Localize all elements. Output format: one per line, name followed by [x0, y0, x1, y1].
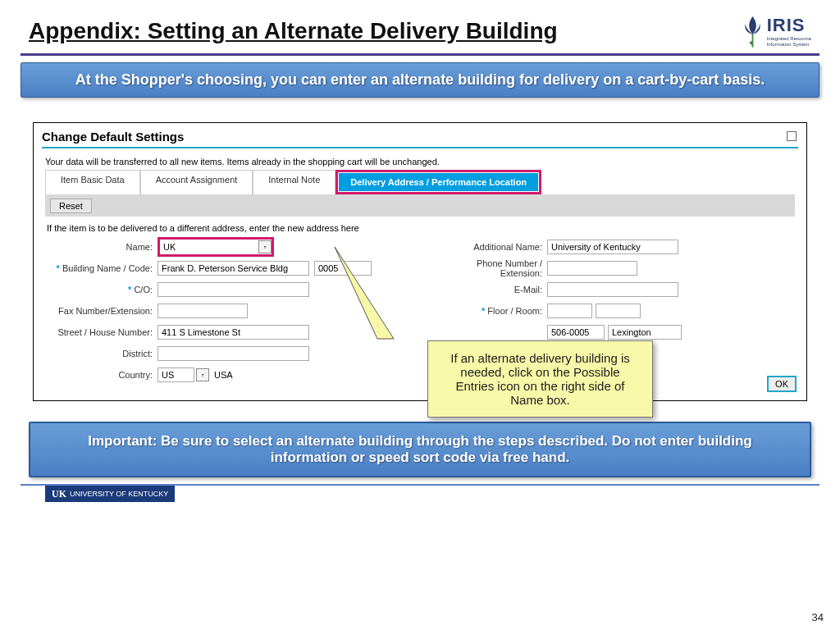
- uk-logo-text: UK: [52, 488, 66, 500]
- iris-sub2: Information System: [767, 42, 811, 48]
- callout-text: If an alternate delivery building is nee…: [450, 351, 629, 407]
- building-label: * Building Name / Code:: [47, 263, 158, 273]
- email-label: E-Mail:: [432, 285, 547, 294]
- footer-divider: UK UNIVERSITY OF KENTUCKY: [21, 484, 819, 486]
- floor-label-text: Floor / Room:: [487, 306, 542, 316]
- city-input[interactable]: [608, 325, 682, 340]
- uk-name: UNIVERSITY OF KENTUCKY: [70, 490, 168, 498]
- fax-input[interactable]: [158, 304, 248, 318]
- tab-item-basic[interactable]: Item Basic Data: [45, 170, 140, 194]
- addname-label: Additional Name:: [432, 242, 547, 252]
- co-label-text: C/O:: [134, 285, 153, 294]
- iris-sub1: Integrated Resource: [767, 36, 811, 42]
- form-note: If the item is to be delivered to a diff…: [47, 223, 793, 238]
- possible-entries-icon[interactable]: ▫: [258, 240, 272, 253]
- street-label: Street / House Number:: [47, 327, 158, 337]
- building-name-input[interactable]: [158, 261, 309, 276]
- floor-input[interactable]: [547, 304, 592, 318]
- addname-input[interactable]: [547, 240, 678, 254]
- iris-text: IRIS: [767, 15, 811, 36]
- important-banner: Important: Be sure to select an alternat…: [29, 422, 811, 477]
- tab-internal-note[interactable]: Internal Note: [253, 170, 336, 194]
- name-highlight: ▫: [158, 237, 274, 257]
- floor-label: * Floor / Room:: [432, 306, 547, 316]
- svg-marker-0: [335, 247, 394, 339]
- country-label: Country:: [47, 370, 158, 380]
- settings-panel: Change Default Settings Your data will b…: [33, 122, 807, 401]
- callout-box: If an alternate delivery building is nee…: [427, 340, 653, 418]
- email-input[interactable]: [547, 282, 678, 297]
- co-input[interactable]: [158, 282, 309, 297]
- room-input[interactable]: [596, 304, 641, 318]
- panel-title: Change Default Settings: [42, 130, 798, 148]
- country-input[interactable]: [158, 368, 194, 382]
- intro-banner: At the Shopper's choosing, you can enter…: [21, 62, 819, 98]
- district-input[interactable]: [158, 346, 309, 361]
- page-title: Appendix: Setting an Alternate Delivery …: [29, 18, 558, 44]
- uk-badge: UK UNIVERSITY OF KENTUCKY: [45, 486, 175, 502]
- maximize-icon[interactable]: [787, 131, 797, 141]
- iris-logo: IRIS Integrated Resource Information Sys…: [738, 12, 811, 49]
- district-label: District:: [47, 349, 158, 358]
- panel-subtitle: Your data will be transferred to all new…: [42, 148, 798, 168]
- building-label-text: Building Name / Code:: [62, 263, 153, 273]
- zip-input[interactable]: [547, 325, 605, 340]
- name-input[interactable]: [160, 240, 257, 254]
- street-input[interactable]: [158, 325, 309, 340]
- page-number: 34: [812, 611, 824, 623]
- ok-button[interactable]: OK: [767, 376, 797, 392]
- header-divider: [21, 53, 819, 56]
- reset-button[interactable]: Reset: [50, 199, 92, 213]
- co-label: * C/O:: [47, 285, 158, 294]
- fax-label: Fax Number/Extension:: [47, 306, 158, 316]
- tab-delivery[interactable]: Delivery Address / Performance Location: [339, 173, 538, 191]
- callout-arrow-icon: [332, 244, 439, 351]
- tab-delivery-highlight: Delivery Address / Performance Location: [336, 170, 541, 194]
- country-picker-icon[interactable]: ▫: [196, 368, 209, 381]
- name-label: Name:: [47, 242, 158, 252]
- phone-input[interactable]: [547, 261, 637, 276]
- phone-label: Phone Number / Extension:: [432, 258, 547, 278]
- tab-account[interactable]: Account Assignment: [140, 170, 253, 194]
- country-text: USA: [209, 370, 233, 380]
